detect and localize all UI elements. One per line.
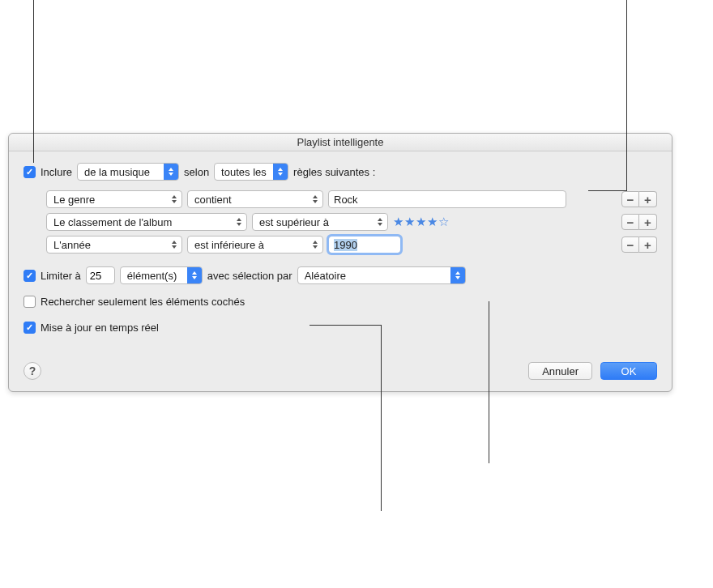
star-icon: ★ xyxy=(393,215,403,229)
minus-icon: − xyxy=(627,216,634,228)
selection-popup-label: Aléatoire xyxy=(305,270,349,282)
rule-operator-popup[interactable]: est supérieur à xyxy=(252,213,388,231)
selon-label: selon xyxy=(184,166,209,178)
minus-icon: − xyxy=(627,194,634,206)
popup-arrows-icon xyxy=(308,236,322,253)
popup-arrows-icon xyxy=(450,267,465,283)
limit-label: Limiter à xyxy=(41,270,81,282)
include-checkbox[interactable] xyxy=(23,166,36,178)
rules-block: Le genre contient Rock − + xyxy=(46,190,657,254)
limit-checkbox[interactable] xyxy=(23,270,36,282)
popup-arrows-icon xyxy=(164,164,178,180)
scope-popup[interactable]: toutes les xyxy=(214,163,288,181)
limit-row: Limiter à 25 élément(s) avec sélection p… xyxy=(23,265,657,286)
rule-add-remove-group: − + xyxy=(621,191,657,207)
help-button[interactable]: ? xyxy=(23,362,41,380)
dialog-footer: ? Annuler OK xyxy=(9,352,672,391)
media-popup-label: de la musique xyxy=(84,166,153,178)
rating-control[interactable]: ★ ★ ★ ★ ☆ xyxy=(393,215,449,229)
minus-icon: − xyxy=(627,239,634,251)
rules-suffix-label: règles suivantes : xyxy=(293,166,375,178)
rule-add-remove-group: − + xyxy=(621,214,657,230)
rule-operator-popup[interactable]: contient xyxy=(187,190,323,208)
rule-row: Le genre contient Rock − + xyxy=(46,190,657,208)
live-update-label: Mise à jour en temps réel xyxy=(41,322,159,334)
only-checked-row: Rechercher seulement les éléments cochés xyxy=(23,291,657,312)
include-label: Inclure xyxy=(41,166,72,178)
callout-line xyxy=(33,0,34,163)
popup-arrows-icon xyxy=(308,191,322,207)
rule-row: Le classement de l'album est supérieur à… xyxy=(46,213,657,231)
rule-row: L'année est inférieure à 1990 − + xyxy=(46,236,657,254)
callout-line xyxy=(588,190,627,191)
window-title: Playlist intelligente xyxy=(9,134,672,151)
limit-count-input[interactable]: 25 xyxy=(86,266,115,284)
rule-attribute-popup[interactable]: Le classement de l'album xyxy=(46,213,247,231)
rule-attribute-label: Le genre xyxy=(53,194,98,206)
star-icon: ★ xyxy=(427,215,438,229)
rule-attribute-label: L'année xyxy=(53,239,94,251)
add-rule-button[interactable]: + xyxy=(639,191,657,207)
smart-playlist-dialog: Playlist intelligente Inclure de la musi… xyxy=(8,133,672,392)
rule-value-input[interactable]: Rock xyxy=(328,190,566,208)
live-update-checkbox[interactable] xyxy=(23,322,36,334)
star-icon: ★ xyxy=(416,215,426,229)
limit-unit-popup[interactable]: élément(s) xyxy=(120,266,203,284)
plus-icon: + xyxy=(644,239,651,251)
star-icon: ★ xyxy=(404,215,415,229)
ok-button[interactable]: OK xyxy=(600,362,657,380)
media-popup[interactable]: de la musique xyxy=(77,163,179,181)
rule-value-text: 1990 xyxy=(334,239,357,251)
remove-rule-button[interactable]: − xyxy=(621,191,639,207)
plus-icon: + xyxy=(644,194,651,206)
rule-attribute-popup[interactable]: L'année xyxy=(46,236,182,254)
popup-arrows-icon xyxy=(167,236,181,253)
rule-operator-label: est inférieure à xyxy=(194,239,267,251)
popup-arrows-icon xyxy=(373,214,387,230)
plus-icon: + xyxy=(644,216,651,228)
selection-popup[interactable]: Aléatoire xyxy=(297,266,466,284)
rule-add-remove-group: − + xyxy=(621,236,657,253)
selection-by-label: avec sélection par xyxy=(207,270,292,282)
popup-arrows-icon xyxy=(167,191,181,207)
scope-popup-label: toutes les xyxy=(221,166,270,178)
popup-arrows-icon xyxy=(187,267,202,283)
callout-line xyxy=(489,301,489,463)
include-row: Inclure de la musique selon toutes les r… xyxy=(23,161,657,182)
popup-arrows-icon xyxy=(232,214,246,230)
rule-value-text: Rock xyxy=(334,194,358,206)
rule-operator-label: est supérieur à xyxy=(259,216,332,228)
only-checked-checkbox[interactable] xyxy=(23,296,36,308)
only-checked-label: Rechercher seulement les éléments cochés xyxy=(41,296,245,308)
add-rule-button[interactable]: + xyxy=(639,236,657,253)
rule-operator-label: contient xyxy=(194,194,235,206)
rule-attribute-label: Le classement de l'album xyxy=(53,216,175,228)
add-rule-button[interactable]: + xyxy=(639,214,657,230)
remove-rule-button[interactable]: − xyxy=(621,236,639,253)
rule-attribute-popup[interactable]: Le genre xyxy=(46,190,182,208)
rule-value-input[interactable]: 1990 xyxy=(328,236,401,254)
ok-button-label: OK xyxy=(621,365,637,377)
popup-arrows-icon xyxy=(273,164,288,180)
dialog-content: Inclure de la musique selon toutes les r… xyxy=(9,151,672,352)
limit-unit-label: élément(s) xyxy=(127,270,180,282)
remove-rule-button[interactable]: − xyxy=(621,214,639,230)
rule-operator-popup[interactable]: est inférieure à xyxy=(187,236,323,254)
callout-line xyxy=(310,325,382,326)
cancel-button-label: Annuler xyxy=(542,365,579,377)
star-empty-icon: ☆ xyxy=(438,215,449,229)
callout-line xyxy=(626,0,627,190)
limit-count-value: 25 xyxy=(90,270,101,282)
cancel-button[interactable]: Annuler xyxy=(528,362,592,380)
live-update-row: Mise à jour en temps réel xyxy=(23,317,657,338)
help-icon: ? xyxy=(29,364,36,377)
callout-line xyxy=(381,325,382,511)
